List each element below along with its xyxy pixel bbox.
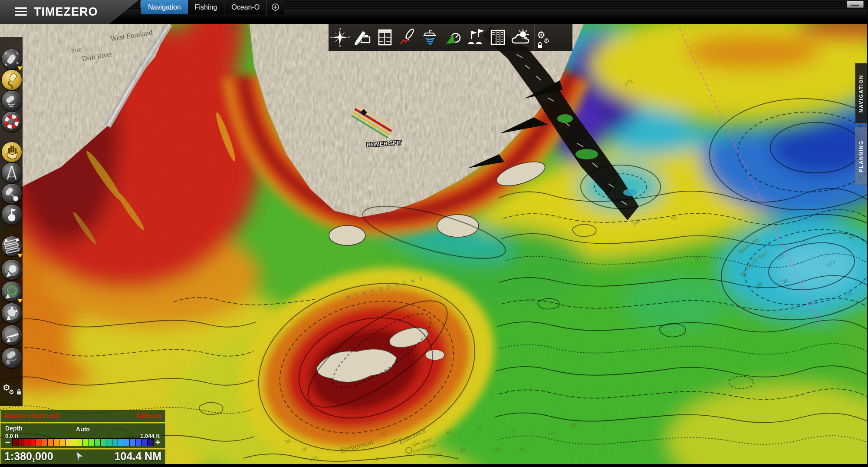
create-area-button[interactable] xyxy=(1,303,22,324)
svg-text:S: S xyxy=(339,45,341,47)
depth-scale-cell xyxy=(118,439,124,446)
depth-scale-cell xyxy=(36,439,42,446)
center-on-vessel-icon[interactable] xyxy=(441,25,464,50)
svg-text:W: W xyxy=(330,36,332,39)
targets-icon[interactable] xyxy=(419,25,441,50)
app-logo: TIMEZERO xyxy=(34,5,98,19)
tab-ocean-o[interactable]: Ocean-O xyxy=(224,0,267,14)
weather-glyph xyxy=(510,27,530,47)
create-area-icon xyxy=(2,303,22,323)
settings-button[interactable]: ⚙ ⚙ xyxy=(534,25,555,50)
timezero-app: West ForelandDrift River· 2160KenaiHOMER… xyxy=(0,0,868,467)
depth-scale-cell xyxy=(130,439,136,446)
depth-scale-cell xyxy=(13,439,19,446)
create-boundary-button[interactable] xyxy=(1,281,22,302)
sounder-control-button[interactable] xyxy=(1,348,22,368)
auto-mode-label[interactable]: Auto xyxy=(1,426,165,433)
sounder-icon xyxy=(2,91,22,111)
track-icon xyxy=(2,70,22,90)
submenu-triangle xyxy=(17,299,23,303)
svg-text:⚙: ⚙ xyxy=(9,388,14,395)
menu-hamburger-icon[interactable] xyxy=(15,7,27,17)
legend-unit[interactable]: Fathom xyxy=(136,412,161,420)
main-toolbar: NSWE xyxy=(329,24,572,51)
charts-glyph xyxy=(375,27,395,47)
depth-scale-cell xyxy=(141,439,148,446)
depth-scale-cell xyxy=(71,439,77,446)
routes-icon[interactable] xyxy=(396,25,419,50)
depth-scale-cell xyxy=(54,439,60,446)
weather-icon[interactable] xyxy=(509,25,532,50)
workspace-tabs: Navigation Fishing Ocean-O xyxy=(141,0,284,14)
pan-hand-icon xyxy=(2,142,22,162)
dividers-icon xyxy=(2,163,22,183)
track-button[interactable] xyxy=(1,70,22,90)
annotations-icon[interactable] xyxy=(351,25,374,50)
depth-scale-cell xyxy=(101,439,107,446)
sounder-control-icon xyxy=(2,348,22,368)
pan-button[interactable] xyxy=(1,142,22,162)
cursor-arrow-icon xyxy=(74,450,85,463)
depth-color-scale[interactable] xyxy=(12,438,154,446)
legend-footer: 1:380,000 104.4 NM xyxy=(1,450,165,464)
svg-text:N: N xyxy=(339,27,341,30)
add-tab-icon xyxy=(272,3,279,11)
man-overboard-button[interactable] xyxy=(1,111,22,132)
panel-tab-navigation[interactable]: NAVIGATION xyxy=(855,63,867,124)
chart-map[interactable]: West ForelandDrift River· 2160KenaiHOMER… xyxy=(0,24,868,464)
compass-rose-icon[interactable]: NSWE xyxy=(329,25,351,50)
compass-rose-glyph: NSWE xyxy=(330,27,350,47)
depth-scale-cell xyxy=(136,439,142,446)
tab-fishing[interactable]: Fishing xyxy=(188,0,225,14)
panel-tab-planning[interactable]: PLANNING xyxy=(855,127,867,185)
visible-range-value: 104.4 NM xyxy=(115,450,161,463)
depth-scale-cell xyxy=(19,439,25,446)
create-circle-icon xyxy=(2,260,22,280)
depth-scale-cell xyxy=(95,439,101,446)
create-circle-button[interactable] xyxy=(1,259,22,280)
measure-button[interactable] xyxy=(1,162,22,183)
svg-text:⚙: ⚙ xyxy=(544,37,549,45)
sidebar-gears-icon: ⚙ ⚙ xyxy=(3,380,22,396)
lock-icon xyxy=(537,42,542,48)
depth-scale-cell xyxy=(59,439,66,446)
annotations-glyph xyxy=(352,27,372,47)
center-on-boat-button[interactable] xyxy=(1,49,22,70)
create-line-button[interactable] xyxy=(1,325,22,346)
top-bar: TIMEZERO Navigation Fishing Ocean-O xyxy=(0,0,868,24)
create-line-icon xyxy=(2,325,22,345)
chart-scale-value: 1:380,000 xyxy=(4,450,53,463)
depth-scale-cell xyxy=(106,439,112,446)
svg-text:E: E xyxy=(348,36,350,39)
sounder-button[interactable] xyxy=(1,90,22,111)
depth-legend: Raster chart unit Fathom Depth Auto 0.0 … xyxy=(1,410,165,464)
marks-glyph xyxy=(465,27,485,47)
waypoint-flag-icon xyxy=(2,205,22,225)
depth-scale-cell xyxy=(77,439,83,446)
add-workspace-button[interactable] xyxy=(267,0,284,14)
tab-strip xyxy=(0,10,868,24)
targets-glyph xyxy=(420,27,440,47)
marks-waypoints-icon[interactable] xyxy=(464,25,487,50)
tab-navigation[interactable]: Navigation xyxy=(141,0,188,14)
charts-icon[interactable] xyxy=(374,25,396,50)
scale-increase-button[interactable]: + xyxy=(154,439,162,445)
sidebar-settings-button[interactable]: ⚙ ⚙ xyxy=(3,380,22,396)
lists-icon[interactable] xyxy=(487,25,509,50)
side-toolbar: ⚙ ⚙ xyxy=(0,37,23,406)
depth-scale-cell xyxy=(124,439,130,446)
scale-decrease-button[interactable]: − xyxy=(3,439,12,445)
depth-scale-cell xyxy=(112,439,118,446)
drop-mark-at-vessel-button[interactable] xyxy=(1,183,22,204)
minimize-button[interactable] xyxy=(847,1,864,8)
legend-header: Raster chart unit Fathom xyxy=(1,410,165,422)
depth-scale-bar: − + xyxy=(3,438,162,446)
depth-scale-cell xyxy=(42,439,48,446)
submenu-triangle xyxy=(17,254,23,258)
lists-glyph xyxy=(488,27,508,47)
legend-title: Raster chart unit xyxy=(4,412,59,420)
bathymetry-3d-chart: West ForelandDrift River· 2160KenaiHOMER… xyxy=(0,24,868,464)
depth-scale-cell xyxy=(66,439,72,446)
waypoint-button[interactable] xyxy=(1,204,22,225)
plan-route-button[interactable] xyxy=(1,236,22,257)
